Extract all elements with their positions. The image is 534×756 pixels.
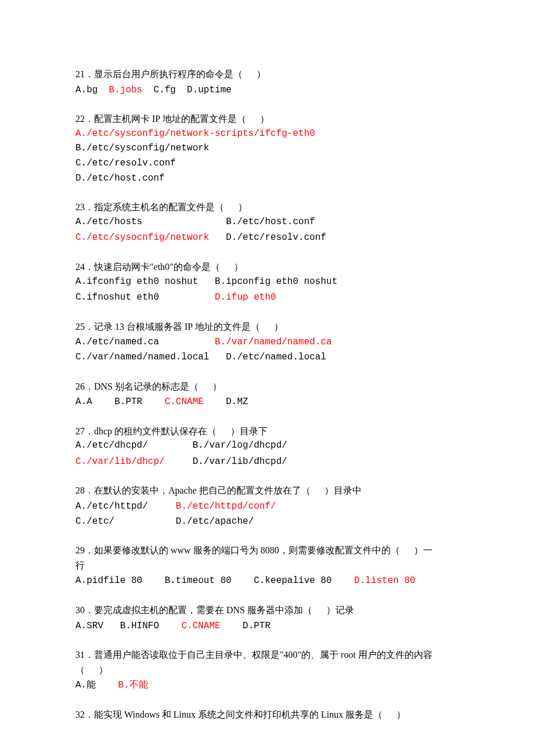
- option-rest: C.fg D.uptime: [142, 85, 232, 95]
- option-d-answer: D.listen 80: [354, 575, 416, 586]
- options-row-2: C./var/named/named.local D./etc/named.lo…: [75, 350, 459, 365]
- option-c-answer: C./etc/sysocnfig/network: [75, 232, 209, 243]
- question-25: 25．记录 13 台根域服务器 IP 地址的文件是（ ） A./etc/name…: [75, 319, 459, 365]
- document-page: 21．显示后台用户所执行程序的命令是（ ） A.bg B.jobs C.fg D…: [0, 0, 534, 756]
- question-24: 24．快速启动网卡"eth0"的命令是（ ） A.ifconfig eth0 n…: [75, 260, 459, 305]
- question-stem: 23．指定系统主机名的配置文件是（ ）: [75, 200, 459, 215]
- option-d: D.MZ: [204, 397, 248, 407]
- options-row-2: C.ifnoshut eth0 D.ifup eth0: [75, 289, 459, 305]
- question-stem: 26．DNS 别名记录的标志是（ ）: [75, 379, 459, 394]
- question-28: 28．在默认的安装中，Apache 把自己的配置文件放在了（ ）目录中 A./e…: [75, 483, 459, 529]
- option-b: B./etc/sysconfig/network: [75, 141, 459, 156]
- option-b-answer: B./etc/httpd/conf/: [176, 501, 276, 512]
- question-32: 32．能实现 Windows 和 Linux 系统之间文件和打印机共享的 Lin…: [75, 707, 459, 722]
- options-row-2: C./etc/ D./etc/apache/: [75, 514, 459, 530]
- option-b-answer: B./var/named/named.ca: [215, 337, 332, 347]
- option-d: D./var/lib/dhcpd/: [165, 456, 287, 467]
- option-b-answer: B.不能: [118, 680, 148, 690]
- option-d: D.PTR: [221, 621, 270, 631]
- options-row-2: C./etc/sysocnfig/network D./etc/resolv.c…: [75, 229, 459, 246]
- option-c: C.ifnoshut eth0: [75, 292, 215, 303]
- option-d-answer: D.ifup eth0: [215, 292, 276, 303]
- question-stem: 30．要完成虚拟主机的配置，需要在 DNS 服务器中添加（ ）记录: [75, 603, 459, 618]
- options-row-1: A./etc/dhcpd/ B./var/log/dhcpd/: [75, 438, 459, 453]
- option-a-answer: A./etc/sysconfig/network-scripts/ifcfg-e…: [75, 127, 459, 142]
- question-31: 31．普通用户能否读取位于自己主目录中、权限是"400"的、属于 root 用户…: [75, 647, 459, 693]
- question-stem-line2: 行: [75, 558, 459, 573]
- question-stem: 28．在默认的安装中，Apache 把自己的配置文件放在了（ ）目录中: [75, 483, 459, 498]
- option-ab: A.A B.PTR: [75, 397, 165, 407]
- question-options: A.bg B.jobs C.fg D.uptime: [75, 82, 459, 98]
- question-options: A.pidfile 80 B.timeout 80 C.keepalive 80…: [75, 573, 459, 589]
- question-stem-line2: （ ）: [75, 663, 459, 678]
- option-d: D./etc/host.conf: [75, 171, 459, 186]
- question-27: 27．dhcp 的租约文件默认保存在（ ）目录下 A./etc/dhcpd/ B…: [75, 424, 459, 470]
- options-row-2: C./var/lib/dhcp/ D./var/lib/dhcpd/: [75, 453, 459, 470]
- question-21: 21．显示后台用户所执行程序的命令是（ ） A.bg B.jobs C.fg D…: [75, 67, 459, 98]
- question-stem: 32．能实现 Windows 和 Linux 系统之间文件和打印机共享的 Lin…: [75, 707, 459, 722]
- question-stem: 21．显示后台用户所执行程序的命令是（ ）: [75, 67, 459, 82]
- option-a: A.bg: [75, 85, 109, 95]
- option-c-answer: C.CNAME: [181, 621, 220, 631]
- options-row-1: A./etc/named.ca B./var/named/named.ca: [75, 334, 459, 350]
- question-stem-line1: 31．普通用户能否读取位于自己主目录中、权限是"400"的、属于 root 用户…: [75, 647, 459, 663]
- option-c: C./etc/resolv.conf: [75, 156, 459, 171]
- question-options: A.能 B.不能: [75, 677, 459, 693]
- option-c-answer: C.CNAME: [165, 397, 204, 407]
- option-c-answer: C./var/lib/dhcp/: [75, 456, 165, 467]
- option-a: A./etc/httpd/: [75, 501, 176, 512]
- question-stem: 22．配置主机网卡 IP 地址的配置文件是（ ）: [75, 111, 459, 127]
- option-d: D./etc/resolv.conf: [209, 232, 326, 243]
- option-b-answer: B.jobs: [109, 85, 143, 95]
- option-ab: A.SRV B.HINFO: [75, 621, 181, 631]
- options-row-1: A.ifconfig eth0 noshut B.ipconfig eth0 n…: [75, 275, 459, 290]
- question-stem: 24．快速启动网卡"eth0"的命令是（ ）: [75, 260, 459, 275]
- options-row-1: A./etc/hosts B./etc/host.conf: [75, 215, 459, 230]
- question-stem: 25．记录 13 台根域服务器 IP 地址的文件是（ ）: [75, 319, 459, 334]
- question-26: 26．DNS 别名记录的标志是（ ） A.A B.PTR C.CNAME D.M…: [75, 379, 459, 410]
- option-a: A./etc/named.ca: [75, 337, 215, 347]
- options-row-1: A./etc/httpd/ B./etc/httpd/conf/: [75, 498, 459, 514]
- question-options: A.SRV B.HINFO C.CNAME D.PTR: [75, 618, 459, 634]
- question-29: 29．如果要修改默认的 www 服务的端口号为 8080，则需要修改配置文件中的…: [75, 543, 459, 589]
- question-stem-line1: 29．如果要修改默认的 www 服务的端口号为 8080，则需要修改配置文件中的…: [75, 543, 459, 558]
- question-stem: 27．dhcp 的租约文件默认保存在（ ）目录下: [75, 424, 459, 439]
- question-22: 22．配置主机网卡 IP 地址的配置文件是（ ） A./etc/sysconfi…: [75, 111, 459, 186]
- question-30: 30．要完成虚拟主机的配置，需要在 DNS 服务器中添加（ ）记录 A.SRV …: [75, 603, 459, 633]
- question-23: 23．指定系统主机名的配置文件是（ ） A./etc/hosts B./etc/…: [75, 200, 459, 246]
- question-options: A.A B.PTR C.CNAME D.MZ: [75, 394, 459, 410]
- option-a: A.能: [75, 680, 118, 690]
- option-abc: A.pidfile 80 B.timeout 80 C.keepalive 80: [75, 575, 354, 586]
